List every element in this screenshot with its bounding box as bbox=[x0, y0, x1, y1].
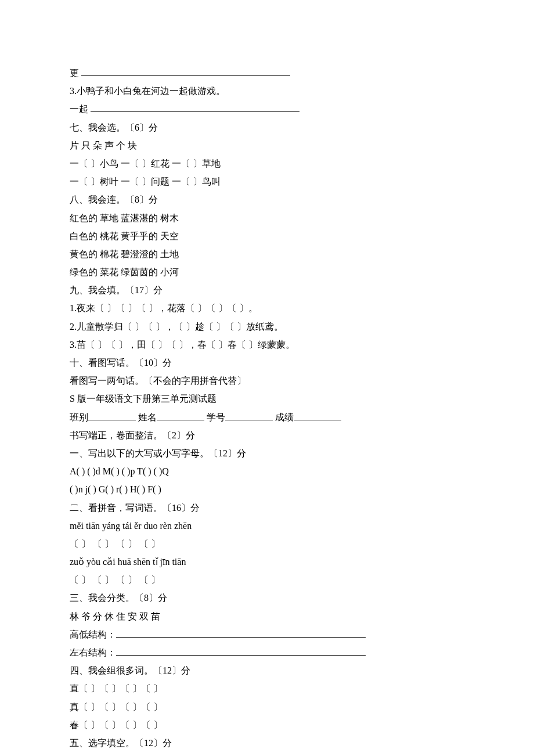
text-line: ( )n j( ) G( ) r( ) H( ) F( ) bbox=[70, 480, 464, 498]
section-heading: 四、我会组很多词。〔12〕分 bbox=[70, 661, 464, 679]
blank-line bbox=[157, 411, 204, 420]
text-line: 〔 〕 〔 〕 〔 〕 〔 〕 bbox=[70, 571, 464, 589]
blank-line bbox=[225, 411, 273, 420]
label-id: 学号 bbox=[207, 412, 225, 422]
text-line: 白色的 桃花 黄乎乎的 天空 bbox=[70, 227, 464, 245]
section-heading: 十、看图写话。〔10〕分 bbox=[70, 354, 464, 372]
text-line: 明 朋 爪 瓜 休 体 bbox=[70, 752, 464, 756]
text-line: 一〔 〕树叶 一〔 〕问题 一〔 〕鸟叫 bbox=[70, 172, 464, 190]
text-line: 林 爷 分 休 住 安 双 苗 bbox=[70, 607, 464, 625]
text-line: 看图写一两句话。〔不会的字用拼音代替〕 bbox=[70, 372, 464, 390]
text-line: 书写端正，卷面整洁。〔2〕分 bbox=[70, 426, 464, 444]
blank-line bbox=[81, 66, 290, 76]
text-line: 3.苗〔 〕〔 〕，田〔 〕〔 〕，春〔 〕春〔 〕绿蒙蒙。 bbox=[70, 336, 464, 354]
blank-line bbox=[116, 646, 366, 656]
section-heading: 二、看拼音，写词语。〔16〕分 bbox=[70, 499, 464, 517]
text-line: 绿色的 菜花 绿茵茵的 小河 bbox=[70, 263, 464, 281]
text-line: 班别 姓名 学号 成绩 bbox=[70, 408, 464, 426]
text-line: 春〔 〕〔 〕〔 〕〔 〕 bbox=[70, 716, 464, 734]
text-line: 片 只 朵 声 个 块 bbox=[70, 136, 464, 154]
text-line: 真〔 〕〔 〕〔 〕〔 〕 bbox=[70, 698, 464, 716]
text-line: 黄色的 棉花 碧澄澄的 土地 bbox=[70, 245, 464, 263]
label-yiqi: 一起 bbox=[70, 104, 91, 114]
label-class: 班别 bbox=[70, 412, 88, 422]
text-line: 更 bbox=[70, 64, 464, 82]
text-line: 一起 bbox=[70, 100, 464, 118]
section-heading: 三、我会分类。〔8〕分 bbox=[70, 589, 464, 607]
text-line: 〔 〕 〔 〕 〔 〕 〔 〕 bbox=[70, 535, 464, 553]
text-line: zuǒ yòu cǎi huā shēn tǐ jīn tiān bbox=[70, 553, 464, 571]
text-line: 3.小鸭子和小白兔在河边一起做游戏。 bbox=[70, 82, 464, 100]
text-line: 直〔 〕〔 〕〔 〕〔 〕 bbox=[70, 679, 464, 697]
section-heading: 八、我会连。〔8〕分 bbox=[70, 190, 464, 208]
exam-title: S 版一年级语文下册第三单元测试题 bbox=[70, 390, 464, 408]
section-heading: 九、我会填。〔17〕分 bbox=[70, 281, 464, 299]
text-line: měi tiān yáng tái ěr duo rèn zhēn bbox=[70, 517, 464, 535]
text-line: A( ) ( )d M( ) ( )p T( ) ( )Q bbox=[70, 462, 464, 480]
blank-line bbox=[294, 411, 341, 420]
section-heading: 七、我会选。〔6〕分 bbox=[70, 118, 464, 136]
blank-line bbox=[116, 628, 366, 638]
blank-line bbox=[88, 411, 136, 420]
document-page: 更 3.小鸭子和小白兔在河边一起做游戏。 一起 七、我会选。〔6〕分 片 只 朵… bbox=[0, 0, 534, 756]
text-line: 左右结构： bbox=[70, 643, 464, 661]
blank-line bbox=[91, 102, 300, 112]
label-geng: 更 bbox=[70, 68, 81, 78]
text-line: 一〔 〕小鸟 一〔 〕红花 一〔 〕草地 bbox=[70, 154, 464, 172]
text-line: 高低结构： bbox=[70, 625, 464, 643]
text-line: 2.儿童散学归〔 〕〔 〕，〔 〕趁〔 〕〔 〕放纸鸢。 bbox=[70, 318, 464, 336]
section-heading: 一、写出以下的大写或小写字母。〔12〕分 bbox=[70, 444, 464, 462]
label-structure-top: 高低结构： bbox=[70, 629, 116, 639]
section-heading: 五、选字填空。〔12〕分 bbox=[70, 734, 464, 752]
label-structure-left: 左右结构： bbox=[70, 647, 116, 657]
label-name: 姓名 bbox=[138, 412, 157, 422]
label-score: 成绩 bbox=[275, 412, 294, 422]
text-line: 1.夜来〔 〕〔 〕〔 〕，花落〔 〕〔 〕〔 〕。 bbox=[70, 299, 464, 317]
text-line: 红色的 草地 蓝湛湛的 树木 bbox=[70, 209, 464, 227]
